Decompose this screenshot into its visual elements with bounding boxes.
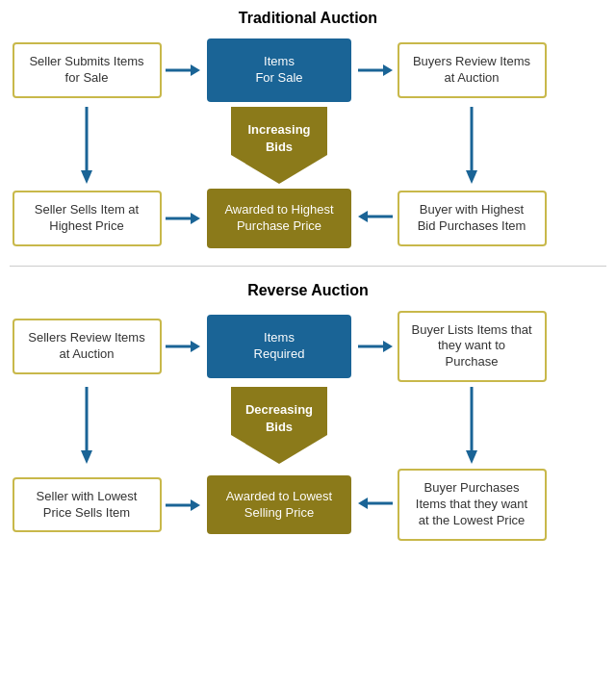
trad-sell1-label: Seller Submits Items for Sale <box>13 42 162 98</box>
traditional-auction-section: Traditional Auction Seller Submits Items… <box>10 10 606 248</box>
trad-arrow2 <box>358 61 393 80</box>
trad-arrow1 <box>166 61 200 80</box>
trad-award-label: Awarded to Highest Purchase Price <box>207 189 351 248</box>
trad-sell2-label: Seller Sells Item at Highest Price <box>13 191 162 246</box>
reverse-title: Reverse Auction <box>10 282 606 299</box>
svg-text:Bids: Bids <box>266 140 293 154</box>
svg-marker-20 <box>81 450 92 464</box>
trad-sell1-box: Seller Submits Items for Sale <box>13 42 162 98</box>
trad-sell2-box: Seller Sells Item at Highest Price <box>13 191 162 246</box>
trad-varr3 <box>462 107 481 184</box>
trad-items-label: Items For Sale <box>207 38 351 102</box>
rev-award-label: Awarded to Lowest Selling Price <box>207 475 351 535</box>
svg-marker-25 <box>466 450 477 464</box>
rev-varr3 <box>462 387 481 464</box>
rev-sell2-box: Seller with Lowest Price Sells Item <box>13 477 162 533</box>
rev-buy2-label: Buyer Purchases Items that they want at … <box>398 469 547 541</box>
rev-sell2-label: Seller with Lowest Price Sells Item <box>13 477 162 533</box>
rev-bids-chevron: Decreasing Bids <box>221 387 337 464</box>
trad-varr1 <box>77 107 96 184</box>
svg-marker-5 <box>81 170 92 184</box>
rev-arrow4 <box>358 494 393 517</box>
rev-arrow3 <box>166 496 200 515</box>
svg-marker-16 <box>191 341 200 352</box>
rev-varr1 <box>77 387 96 464</box>
rev-buy1-box: Buyer Lists Items that they want to Purc… <box>398 311 547 383</box>
reverse-flow: Buyer Lists Items that they want to Purc… <box>10 311 606 541</box>
svg-marker-1 <box>191 64 200 76</box>
rev-award-box: Awarded to Lowest Selling Price <box>207 475 351 535</box>
svg-marker-29 <box>358 498 368 509</box>
trad-buy1-box: Buyers Review Items at Auction <box>398 42 547 98</box>
trad-award-box: Awarded to Highest Purchase Price <box>207 189 351 248</box>
svg-marker-3 <box>383 64 393 76</box>
trad-arrow4 <box>358 207 393 230</box>
trad-buy1-label: Buyers Review Items at Auction <box>398 42 547 98</box>
rev-items-label: Items Required <box>207 315 351 378</box>
traditional-title: Traditional Auction <box>10 10 606 27</box>
svg-marker-10 <box>466 170 477 184</box>
rev-arrow2 <box>358 337 393 356</box>
rev-buy2-box: Buyer Purchases Items that they want at … <box>398 469 547 541</box>
trad-buy2-box: Buyer with Highest Bid Purchases Item <box>398 191 547 246</box>
svg-marker-14 <box>358 211 368 222</box>
svg-text:Increasing: Increasing <box>247 122 310 137</box>
rev-arrow1 <box>166 337 200 356</box>
svg-marker-27 <box>191 499 200 511</box>
svg-text:Bids: Bids <box>266 420 293 434</box>
svg-marker-18 <box>383 341 393 352</box>
rev-sell1-box: Sellers Review Items at Auction <box>13 319 162 374</box>
svg-text:Decreasing: Decreasing <box>245 402 313 417</box>
trad-items-box: Items For Sale <box>207 38 351 102</box>
rev-buy1-label: Buyer Lists Items that they want to Purc… <box>398 311 547 383</box>
trad-arrow3 <box>166 209 200 228</box>
rev-items-box: Items Required <box>207 315 351 378</box>
section-divider <box>10 266 606 267</box>
reverse-auction-section: Reverse Auction Buyer Lists Items that t… <box>10 282 606 541</box>
traditional-flow: Seller Submits Items for Sale Items For … <box>10 38 606 248</box>
trad-bids-chevron: Increasing Bids <box>221 107 337 184</box>
svg-marker-12 <box>191 213 200 224</box>
rev-sell1-label: Sellers Review Items at Auction <box>13 319 162 374</box>
trad-buy2-label: Buyer with Highest Bid Purchases Item <box>398 191 547 246</box>
